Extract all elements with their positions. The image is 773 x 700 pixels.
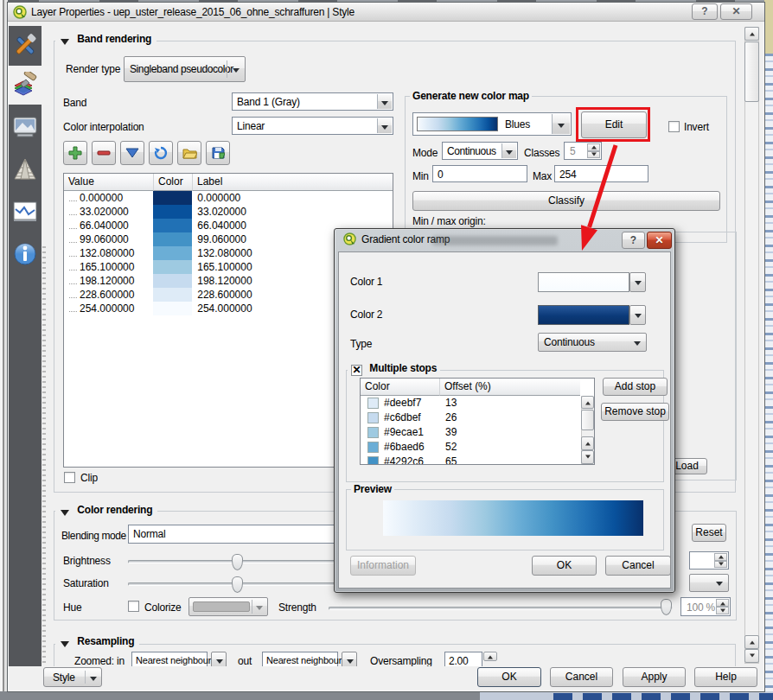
remove-stop-button[interactable]: Remove stop [601,403,669,421]
color-ramp-combo[interactable]: Blues [412,112,572,136]
sidebar-item-histogram[interactable] [9,193,42,231]
combo-arrow [377,118,392,133]
add-value-button[interactable] [63,141,87,165]
out-label: out [238,655,252,666]
multiple-stops-checkbox[interactable]: ✕ [351,365,362,376]
colorize-color-combo[interactable] [188,597,268,616]
column-header-value[interactable]: Value [64,174,154,191]
scrollbar-thumb[interactable] [744,41,759,102]
sidebar-item-pyramids[interactable] [9,150,42,188]
zoomed-in-arrow[interactable] [211,652,227,666]
column-header-label[interactable]: Label [193,174,393,191]
classes-spinbox[interactable]: 5 [564,142,602,160]
stop-offset-cell: 65 [440,455,582,465]
color1-dropdown[interactable] [629,272,646,292]
help-titlebar-button[interactable]: ? [692,3,718,20]
stops-table[interactable]: Color Offset (%) #deebf713#c6dbef26#9eca… [360,378,595,465]
sidebar-item-style[interactable] [9,66,50,105]
sidebar-splitter[interactable] [42,246,46,664]
sort-down-icon [125,146,139,160]
render-type-value: Singleband pseudocolor [130,63,233,75]
zoomed-in-combo[interactable]: Nearest neighbour [131,652,208,666]
render-type-combo[interactable]: Singleband pseudocolor [124,56,246,82]
color1-swatch-button[interactable] [538,272,629,292]
column-header-color[interactable]: Color [361,379,440,396]
zoomed-out-combo[interactable]: Nearest neighbour [262,652,338,666]
color-interpolation-combo[interactable]: Linear [232,117,393,135]
style-menu-button[interactable]: Style [43,667,102,687]
gradient-dialog-help-button[interactable]: ? [622,232,645,249]
stop-row[interactable]: #9ecae139 [361,425,594,440]
sort-button[interactable] [120,141,144,165]
spin-arrows[interactable] [714,553,727,568]
band-combo[interactable]: Band 1 (Gray) [232,92,393,111]
table-row[interactable]: 33.02000033.020000 [64,205,393,219]
interp-value: Linear [237,120,265,132]
clip-checkbox[interactable] [64,472,75,483]
table-row[interactable]: 0.0000000.000000 [64,191,393,205]
stop-row[interactable]: #deebf713 [361,396,594,410]
value-cell: 254.000000 [64,302,153,315]
grayscale-combo[interactable] [689,574,729,592]
strength-spinbox[interactable]: 100 % [680,597,731,616]
resampling-header[interactable]: Resampling [55,635,139,649]
apply-button[interactable]: Apply [623,667,686,687]
contrast-spinbox[interactable] [689,551,729,570]
stops-scroll-thumb[interactable] [581,410,594,430]
ok-button[interactable]: OK [477,667,541,687]
oversampling-spin-up[interactable] [483,652,497,661]
min-input[interactable]: 0 [432,165,527,182]
stop-row[interactable]: #4292c665 [361,455,594,465]
sidebar-item-general[interactable] [9,27,42,65]
scroll-down-button[interactable] [744,649,759,663]
window-title: Layer Properties - uep_uster_release_201… [31,6,355,18]
stops-scroll-up2[interactable] [581,436,594,450]
minmax-origin-label: Min / max origin: [412,215,486,227]
stop-row[interactable]: #c6dbef26 [361,410,594,425]
stops-scroll-down[interactable] [581,450,594,464]
qgis-icon [343,232,356,245]
sidebar-item-metadata[interactable] [9,235,42,273]
color2-dropdown[interactable] [629,305,646,325]
cancel-button[interactable]: Cancel [550,667,613,687]
save-colormap-button[interactable] [206,141,230,165]
refresh-button[interactable] [149,141,173,165]
column-header-color[interactable]: Color [154,174,193,191]
close-titlebar-button[interactable]: ✕ [720,3,752,20]
load-colormap-button[interactable] [177,141,201,165]
reset-button[interactable]: Reset [692,524,726,542]
tools-icon [12,33,38,59]
help-button[interactable]: Help [694,667,757,687]
strength-slider[interactable] [329,607,673,610]
mode-combo[interactable]: Continuous [442,142,518,160]
remove-value-button[interactable] [92,141,116,165]
color-rendering-header[interactable]: Color rendering [55,504,157,518]
type-combo[interactable]: Continuous [538,333,647,352]
oversampling-input[interactable]: 2.00 [444,652,482,666]
information-button[interactable]: Information [350,556,416,576]
gradient-cancel-button[interactable]: Cancel [605,556,671,576]
classify-button[interactable]: Classify [412,191,720,211]
brush-icon [12,72,38,98]
band-rendering-header[interactable]: Band rendering [55,33,157,47]
map-text-bottom [553,693,773,700]
stop-row[interactable]: #6baed652 [361,440,594,455]
spin-arrows[interactable] [716,599,729,614]
main-scrollbar[interactable] [744,27,759,664]
column-header-offset[interactable]: Offset (%) [440,379,580,396]
sidebar-item-transparency[interactable] [9,108,42,146]
max-input[interactable]: 254 [554,165,648,182]
zoomed-in-value: Nearest neighbour [136,655,211,665]
add-stop-button[interactable]: Add stop [603,378,668,396]
spin-arrows[interactable] [587,143,600,158]
colorize-checkbox[interactable] [128,601,139,612]
gradient-ok-button[interactable]: OK [532,556,597,576]
gradient-dialog-close-button[interactable]: ✕ [647,232,672,249]
scroll-up-button[interactable] [744,27,759,41]
stops-scroll-up[interactable] [581,396,594,409]
stop-offset-cell: 13 [440,396,582,410]
color2-swatch-button[interactable] [538,305,629,325]
scroll-up-button-bottom[interactable] [744,635,759,649]
invert-checkbox[interactable] [668,121,680,132]
zoomed-out-arrow[interactable] [342,652,357,666]
